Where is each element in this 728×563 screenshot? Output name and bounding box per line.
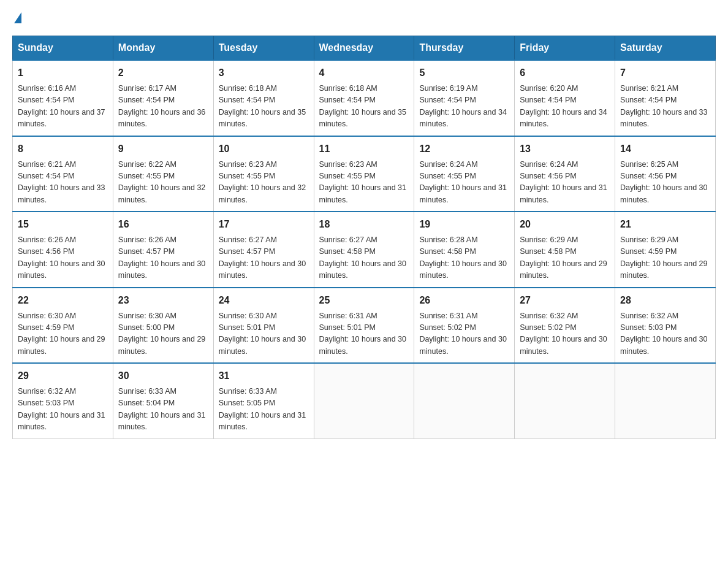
day-number: 4 — [319, 66, 409, 80]
day-number: 30 — [118, 369, 208, 383]
day-number: 5 — [419, 66, 509, 80]
weekday-header-sunday: Sunday — [13, 36, 113, 61]
calendar-day: 4Sunrise: 6:18 AMSunset: 4:54 PMDaylight… — [314, 60, 414, 136]
day-info: Sunrise: 6:30 AMSunset: 4:59 PMDaylight:… — [18, 310, 108, 358]
day-number: 1 — [18, 66, 108, 80]
day-info: Sunrise: 6:24 AMSunset: 4:55 PMDaylight:… — [419, 159, 509, 207]
day-info: Sunrise: 6:28 AMSunset: 4:58 PMDaylight:… — [419, 234, 509, 282]
day-number: 6 — [520, 66, 610, 80]
calendar-day: 14Sunrise: 6:25 AMSunset: 4:56 PMDayligh… — [615, 136, 716, 212]
day-info: Sunrise: 6:23 AMSunset: 4:55 PMDaylight:… — [219, 159, 309, 207]
logo-triangle-icon — [14, 12, 21, 23]
calendar-day: 13Sunrise: 6:24 AMSunset: 4:56 PMDayligh… — [515, 136, 615, 212]
day-number: 23 — [118, 293, 208, 308]
calendar-day — [615, 363, 716, 439]
day-info: Sunrise: 6:30 AMSunset: 5:01 PMDaylight:… — [219, 310, 309, 358]
weekday-header-tuesday: Tuesday — [213, 36, 314, 61]
day-number: 29 — [18, 369, 108, 383]
calendar-day — [515, 363, 615, 439]
day-info: Sunrise: 6:32 AMSunset: 5:02 PMDaylight:… — [520, 310, 610, 358]
day-number: 19 — [419, 217, 509, 232]
calendar-day: 5Sunrise: 6:19 AMSunset: 4:54 PMDaylight… — [414, 60, 515, 136]
calendar-day: 25Sunrise: 6:31 AMSunset: 5:01 PMDayligh… — [314, 288, 414, 364]
page-header — [12, 12, 716, 23]
day-number: 7 — [620, 66, 710, 80]
day-number: 25 — [319, 293, 409, 308]
day-number: 26 — [419, 293, 509, 308]
calendar-day: 27Sunrise: 6:32 AMSunset: 5:02 PMDayligh… — [515, 288, 615, 364]
day-number: 2 — [118, 66, 208, 80]
day-info: Sunrise: 6:20 AMSunset: 4:54 PMDaylight:… — [520, 83, 610, 131]
calendar-day: 26Sunrise: 6:31 AMSunset: 5:02 PMDayligh… — [414, 288, 515, 364]
weekday-header-saturday: Saturday — [615, 36, 716, 61]
calendar-day: 29Sunrise: 6:32 AMSunset: 5:03 PMDayligh… — [13, 363, 113, 439]
day-number: 15 — [18, 217, 108, 232]
logo — [12, 12, 21, 23]
calendar-day: 1Sunrise: 6:16 AMSunset: 4:54 PMDaylight… — [13, 60, 113, 136]
day-number: 16 — [118, 217, 208, 232]
day-number: 18 — [319, 217, 409, 232]
day-number: 12 — [419, 142, 509, 156]
day-info: Sunrise: 6:33 AMSunset: 5:04 PMDaylight:… — [118, 386, 208, 434]
day-info: Sunrise: 6:18 AMSunset: 4:54 PMDaylight:… — [319, 83, 409, 131]
calendar-day: 6Sunrise: 6:20 AMSunset: 4:54 PMDaylight… — [515, 60, 615, 136]
day-info: Sunrise: 6:29 AMSunset: 4:59 PMDaylight:… — [620, 234, 710, 282]
day-info: Sunrise: 6:17 AMSunset: 4:54 PMDaylight:… — [118, 83, 208, 131]
day-info: Sunrise: 6:21 AMSunset: 4:54 PMDaylight:… — [18, 159, 108, 207]
calendar-day: 30Sunrise: 6:33 AMSunset: 5:04 PMDayligh… — [113, 363, 213, 439]
calendar-day — [314, 363, 414, 439]
calendar-day: 22Sunrise: 6:30 AMSunset: 4:59 PMDayligh… — [13, 288, 113, 364]
day-number: 13 — [520, 142, 610, 156]
day-info: Sunrise: 6:23 AMSunset: 4:55 PMDaylight:… — [319, 159, 409, 207]
weekday-header-thursday: Thursday — [414, 36, 515, 61]
day-info: Sunrise: 6:18 AMSunset: 4:54 PMDaylight:… — [219, 83, 309, 131]
calendar-day: 8Sunrise: 6:21 AMSunset: 4:54 PMDaylight… — [13, 136, 113, 212]
calendar-day: 24Sunrise: 6:30 AMSunset: 5:01 PMDayligh… — [213, 288, 314, 364]
day-info: Sunrise: 6:21 AMSunset: 4:54 PMDaylight:… — [620, 83, 710, 131]
day-number: 3 — [219, 66, 309, 80]
calendar-week-2: 8Sunrise: 6:21 AMSunset: 4:54 PMDaylight… — [13, 136, 716, 212]
calendar-day: 19Sunrise: 6:28 AMSunset: 4:58 PMDayligh… — [414, 212, 515, 288]
calendar-day: 28Sunrise: 6:32 AMSunset: 5:03 PMDayligh… — [615, 288, 716, 364]
calendar-week-1: 1Sunrise: 6:16 AMSunset: 4:54 PMDaylight… — [13, 60, 716, 136]
day-info: Sunrise: 6:25 AMSunset: 4:56 PMDaylight:… — [620, 159, 710, 207]
weekday-header-monday: Monday — [113, 36, 213, 61]
day-info: Sunrise: 6:16 AMSunset: 4:54 PMDaylight:… — [18, 83, 108, 131]
day-info: Sunrise: 6:27 AMSunset: 4:58 PMDaylight:… — [319, 234, 409, 282]
day-number: 14 — [620, 142, 710, 156]
calendar-day: 2Sunrise: 6:17 AMSunset: 4:54 PMDaylight… — [113, 60, 213, 136]
day-info: Sunrise: 6:30 AMSunset: 5:00 PMDaylight:… — [118, 310, 208, 358]
day-info: Sunrise: 6:33 AMSunset: 5:05 PMDaylight:… — [219, 386, 309, 434]
calendar-header: SundayMondayTuesdayWednesdayThursdayFrid… — [13, 36, 716, 61]
day-number: 11 — [319, 142, 409, 156]
day-number: 17 — [219, 217, 309, 232]
day-info: Sunrise: 6:29 AMSunset: 4:58 PMDaylight:… — [520, 234, 610, 282]
calendar-day: 3Sunrise: 6:18 AMSunset: 4:54 PMDaylight… — [213, 60, 314, 136]
day-info: Sunrise: 6:32 AMSunset: 5:03 PMDaylight:… — [18, 386, 108, 434]
day-number: 10 — [219, 142, 309, 156]
calendar-day — [414, 363, 515, 439]
calendar-day: 10Sunrise: 6:23 AMSunset: 4:55 PMDayligh… — [213, 136, 314, 212]
day-number: 28 — [620, 293, 710, 308]
calendar-day: 31Sunrise: 6:33 AMSunset: 5:05 PMDayligh… — [213, 363, 314, 439]
day-info: Sunrise: 6:26 AMSunset: 4:57 PMDaylight:… — [118, 234, 208, 282]
day-number: 21 — [620, 217, 710, 232]
day-info: Sunrise: 6:32 AMSunset: 5:03 PMDaylight:… — [620, 310, 710, 358]
day-info: Sunrise: 6:27 AMSunset: 4:57 PMDaylight:… — [219, 234, 309, 282]
day-number: 22 — [18, 293, 108, 308]
calendar-day: 12Sunrise: 6:24 AMSunset: 4:55 PMDayligh… — [414, 136, 515, 212]
calendar-table: SundayMondayTuesdayWednesdayThursdayFrid… — [12, 36, 716, 439]
weekday-header-friday: Friday — [515, 36, 615, 61]
day-number: 9 — [118, 142, 208, 156]
calendar-day: 7Sunrise: 6:21 AMSunset: 4:54 PMDaylight… — [615, 60, 716, 136]
calendar-day: 18Sunrise: 6:27 AMSunset: 4:58 PMDayligh… — [314, 212, 414, 288]
calendar-day: 11Sunrise: 6:23 AMSunset: 4:55 PMDayligh… — [314, 136, 414, 212]
calendar-week-3: 15Sunrise: 6:26 AMSunset: 4:56 PMDayligh… — [13, 212, 716, 288]
day-info: Sunrise: 6:24 AMSunset: 4:56 PMDaylight:… — [520, 159, 610, 207]
calendar-day: 17Sunrise: 6:27 AMSunset: 4:57 PMDayligh… — [213, 212, 314, 288]
calendar-day: 15Sunrise: 6:26 AMSunset: 4:56 PMDayligh… — [13, 212, 113, 288]
day-number: 31 — [219, 369, 309, 383]
day-info: Sunrise: 6:22 AMSunset: 4:55 PMDaylight:… — [118, 159, 208, 207]
day-info: Sunrise: 6:31 AMSunset: 5:01 PMDaylight:… — [319, 310, 409, 358]
calendar-day: 21Sunrise: 6:29 AMSunset: 4:59 PMDayligh… — [615, 212, 716, 288]
